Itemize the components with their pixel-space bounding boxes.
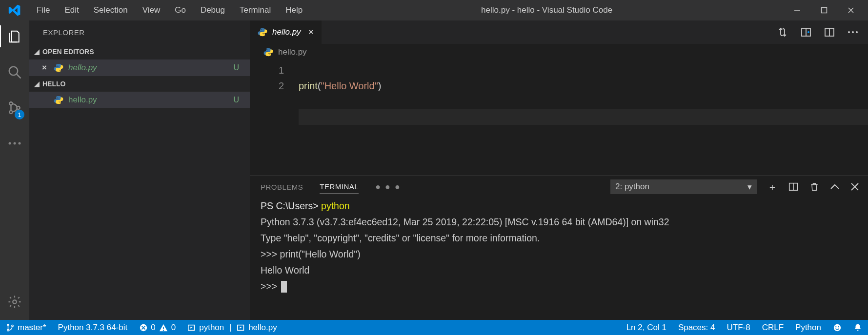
open-editors-label: OPEN EDITORS: [42, 48, 94, 56]
svg-point-32: [163, 330, 164, 331]
more-actions-icon[interactable]: [847, 26, 859, 39]
maximize-button[interactable]: [810, 0, 837, 20]
run-icon: [187, 323, 196, 332]
terminal-line: python: [321, 200, 350, 211]
terminal-line: PS C:\Users>: [261, 200, 321, 211]
activity-explorer-icon[interactable]: [0, 25, 29, 47]
window-controls: [784, 0, 868, 20]
activity-search-icon[interactable]: [0, 61, 29, 83]
activity-bar: 1: [0, 20, 29, 320]
code-editor[interactable]: 1 2 print("Hello World"): [250, 60, 868, 176]
menu-debug[interactable]: Debug: [193, 5, 232, 15]
status-problems[interactable]: 0 0: [133, 323, 182, 333]
svg-point-19: [852, 31, 854, 33]
git-status-badge: U: [233, 96, 239, 104]
line-number: 2: [250, 78, 284, 94]
scm-badge: 1: [15, 110, 24, 119]
warning-icon: [159, 323, 168, 332]
terminal-output[interactable]: PS C:\Users> python Python 3.7.3 (v3.7.3…: [250, 197, 868, 320]
svg-point-4: [9, 66, 18, 75]
explorer-sidebar: EXPLORER ◢ OPEN EDITORS × hello.py U ◢ H…: [29, 20, 250, 320]
minimize-button[interactable]: [784, 0, 810, 20]
status-branch[interactable]: master*: [0, 323, 52, 333]
kill-terminal-icon[interactable]: [809, 181, 819, 192]
status-run-target[interactable]: python | hello.py: [182, 323, 283, 333]
main-menu: File Edit Selection View Go Debug Termin…: [29, 5, 310, 15]
svg-point-10: [14, 142, 16, 144]
panel-tabs: PROBLEMS TERMINAL ● ● ● 2: python ＋: [250, 176, 868, 197]
activity-more-icon[interactable]: [0, 132, 29, 154]
menu-selection[interactable]: Selection: [86, 5, 135, 15]
token-string: "Hello World": [321, 80, 378, 91]
terminal-line: Python 3.7.3 (v3.7.3:ef4ec6ed12, Mar 25 …: [261, 217, 669, 227]
menu-terminal[interactable]: Terminal: [232, 5, 278, 15]
close-icon[interactable]: ×: [40, 63, 49, 73]
svg-point-35: [834, 324, 841, 331]
svg-point-9: [9, 142, 11, 144]
menu-edit[interactable]: Edit: [57, 5, 86, 15]
menu-file[interactable]: File: [29, 5, 57, 15]
svg-point-15: [807, 31, 809, 33]
close-button[interactable]: [837, 0, 864, 20]
svg-point-26: [7, 329, 9, 331]
split-editor-icon[interactable]: [823, 26, 836, 39]
open-editors-header[interactable]: ◢ OPEN EDITORS: [29, 44, 250, 59]
status-bell-icon[interactable]: [848, 323, 868, 333]
token-punct: ): [378, 80, 382, 91]
close-panel-icon[interactable]: [850, 182, 859, 191]
menu-go[interactable]: Go: [167, 5, 193, 15]
python-file-icon: [263, 47, 273, 57]
line-gutter: 1 2: [250, 60, 299, 176]
open-editor-item[interactable]: × hello.py U: [29, 59, 250, 76]
warning-count: 0: [171, 323, 176, 333]
panel-tab-problems[interactable]: PROBLEMS: [261, 180, 303, 194]
status-position[interactable]: Ln 2, Col 1: [621, 323, 672, 333]
split-terminal-icon[interactable]: [788, 181, 799, 192]
activity-settings-icon[interactable]: [0, 291, 29, 313]
folder-file-item[interactable]: hello.py U: [29, 92, 250, 108]
vscode-logo-icon: [0, 4, 29, 17]
editor-actions: [776, 20, 868, 44]
status-indent[interactable]: Spaces: 4: [672, 323, 721, 333]
close-icon[interactable]: ×: [309, 27, 314, 37]
folder-label: HELLO: [42, 80, 65, 88]
folder-file-name: hello.py: [68, 95, 97, 105]
svg-point-12: [13, 300, 17, 304]
svg-point-20: [856, 31, 858, 33]
open-changes-icon[interactable]: [800, 26, 812, 39]
status-eol[interactable]: CRLF: [756, 323, 789, 333]
status-language[interactable]: Python: [789, 323, 827, 333]
editor-tab[interactable]: hello.py ×: [250, 20, 322, 44]
breadcrumb[interactable]: hello.py: [250, 44, 868, 60]
line-number: 1: [250, 62, 284, 78]
terminal-selector[interactable]: 2: python: [610, 179, 757, 194]
status-interpreter[interactable]: Python 3.7.3 64-bit: [52, 323, 134, 333]
title-bar: File Edit Selection View Go Debug Termin…: [0, 0, 868, 20]
open-editor-name: hello.py: [68, 63, 97, 73]
activity-scm-icon[interactable]: 1: [0, 97, 29, 118]
svg-point-27: [12, 325, 13, 326]
editor-tabs: hello.py ×: [250, 20, 868, 44]
compare-changes-icon[interactable]: [776, 26, 789, 39]
status-feedback-icon[interactable]: [827, 323, 848, 333]
menu-view[interactable]: View: [135, 5, 168, 15]
folder-header[interactable]: ◢ HELLO: [29, 76, 250, 92]
panel-tab-terminal[interactable]: TERMINAL: [320, 179, 359, 194]
git-status-badge: U: [233, 63, 239, 72]
terminal-line: Hello World: [261, 265, 309, 276]
panel-overflow-icon[interactable]: ● ● ●: [375, 182, 401, 192]
git-branch-icon: [6, 323, 15, 332]
svg-point-18: [848, 31, 850, 33]
maximize-panel-icon[interactable]: [830, 183, 840, 191]
status-encoding[interactable]: UTF-8: [721, 323, 756, 333]
new-terminal-icon[interactable]: ＋: [767, 180, 777, 194]
menu-help[interactable]: Help: [278, 5, 310, 15]
python-file-icon: [54, 63, 63, 73]
run-icon: [237, 323, 245, 332]
status-branch-label: master*: [18, 323, 46, 333]
svg-point-7: [9, 110, 12, 113]
breadcrumb-file: hello.py: [278, 47, 307, 57]
code-content[interactable]: print("Hello World"): [299, 60, 868, 176]
terminal-prompt: >>>: [261, 281, 280, 292]
editor-tab-label: hello.py: [272, 27, 301, 37]
